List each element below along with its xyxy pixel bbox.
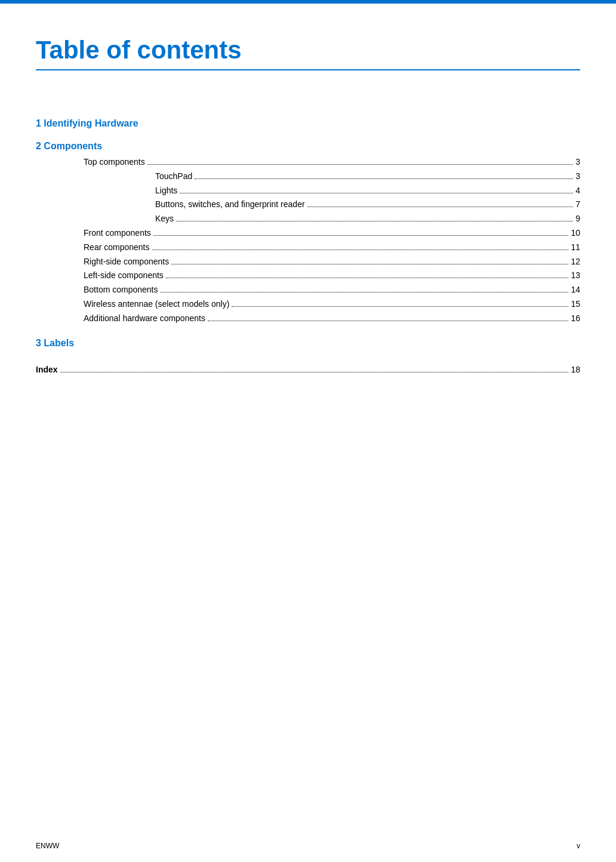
toc-entry-text: Additional hardware components	[84, 312, 205, 326]
toc-entry: Bottom components14	[36, 283, 580, 297]
footer: ENWW v	[36, 842, 580, 850]
toc-entry: Wireless antennae (select models only)15	[36, 297, 580, 312]
toc-entry-text: Wireless antennae (select models only)	[84, 297, 229, 312]
toc-entry: Left-side components13	[36, 269, 580, 283]
toc-entry-dots	[232, 306, 568, 307]
footer-left: ENWW	[36, 842, 59, 850]
toc-entry-dots	[153, 235, 569, 236]
toc-entry: TouchPad3	[36, 170, 580, 184]
toc-entry-text: Keys	[155, 212, 174, 226]
toc-entry-text: TouchPad	[155, 170, 192, 184]
toc-entry-dots	[166, 278, 569, 278]
toc-entry-dots	[161, 292, 569, 293]
toc-entry-page: 14	[571, 283, 580, 297]
section-heading-section2: 2 Components	[36, 141, 580, 152]
toc-entry-text: Lights	[155, 184, 177, 198]
toc-entry-dots	[195, 178, 573, 179]
toc-entry-dots	[147, 164, 573, 165]
toc-entry-dots	[176, 221, 573, 221]
section-heading-section1: 1 Identifying Hardware	[36, 118, 580, 129]
toc-entry: Top components3	[36, 155, 580, 170]
toc-entry-page: 11	[571, 241, 580, 255]
top-border	[0, 0, 616, 4]
footer-right: v	[577, 842, 580, 850]
toc-entry: Front components10	[36, 226, 580, 241]
toc-entry-text: Buttons, switches, and fingerprint reade…	[155, 198, 305, 212]
toc-entry-page: 13	[571, 269, 580, 283]
toc-entry-page: 10	[571, 226, 580, 241]
index-dots	[60, 372, 569, 372]
index-label: Index	[36, 363, 58, 377]
toc-entry-page: 4	[575, 184, 580, 198]
toc-entry-page: 9	[575, 212, 580, 226]
toc-entries-section2: Top components3TouchPad3Lights4Buttons, …	[36, 155, 580, 326]
index-page: 18	[571, 363, 580, 377]
section-heading-section3: 3 Labels	[36, 338, 580, 349]
toc-entry-dots	[171, 264, 568, 264]
toc-entry-text: Left-side components	[84, 269, 164, 283]
toc-entry-text: Bottom components	[84, 283, 158, 297]
page-title: Table of contents	[36, 36, 580, 70]
toc-entry: Rear components11	[36, 241, 580, 255]
toc-entry-page: 7	[575, 198, 580, 212]
toc-container: 1 Identifying Hardware2 ComponentsTop co…	[36, 118, 580, 377]
toc-entry: Keys9	[36, 212, 580, 226]
toc-entry-page: 3	[575, 170, 580, 184]
toc-entry-dots	[208, 321, 569, 321]
toc-entry: Buttons, switches, and fingerprint reade…	[36, 198, 580, 212]
index-section: Index18	[36, 363, 580, 377]
toc-entry: Additional hardware components16	[36, 312, 580, 326]
toc-entry-text: Right-side components	[84, 255, 169, 269]
index-entry: Index18	[36, 363, 580, 377]
toc-entry-dots	[152, 250, 569, 250]
toc-entry-text: Rear components	[84, 241, 150, 255]
toc-entry-page: 12	[571, 255, 580, 269]
toc-entry: Lights4	[36, 184, 580, 198]
toc-entry-text: Top components	[84, 155, 145, 170]
toc-entry-page: 15	[571, 297, 580, 312]
toc-entry-page: 3	[575, 155, 580, 170]
toc-entry-dots	[307, 207, 574, 207]
toc-entry-dots	[180, 193, 573, 193]
toc-entry-text: Front components	[84, 226, 151, 241]
toc-entry: Right-side components12	[36, 255, 580, 269]
toc-entry-page: 16	[571, 312, 580, 326]
